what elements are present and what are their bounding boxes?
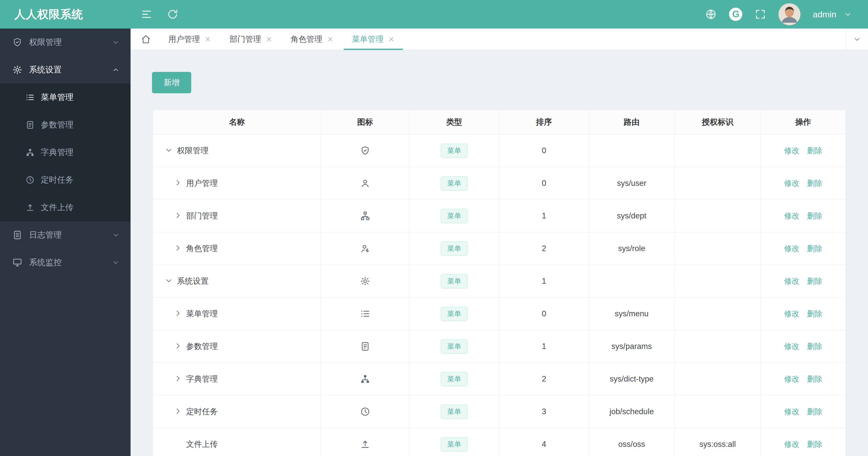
edit-link[interactable]: 修改 — [784, 211, 799, 220]
row-expand-icon[interactable] — [174, 342, 182, 350]
sidebar-subitem[interactable]: 文件上传 — [0, 194, 130, 221]
tab-home[interactable] — [130, 29, 159, 50]
sidebar-subitem-label: 文件上传 — [41, 202, 73, 213]
row-expand-icon[interactable] — [165, 276, 173, 285]
sidebar: 权限管理 系统设置 菜单管理 参数管理 字典管理 定时任务 文件上传 日 — [0, 29, 130, 456]
delete-link[interactable]: 删除 — [807, 277, 823, 285]
row-order: 0 — [499, 297, 589, 330]
sidebar-subitem[interactable]: 菜单管理 — [0, 84, 130, 111]
edit-link[interactable]: 修改 — [784, 342, 799, 351]
edit-link[interactable]: 修改 — [784, 277, 799, 285]
sidebar-subitem-icon — [26, 148, 35, 157]
row-name: 参数管理 — [186, 342, 218, 351]
close-icon[interactable] — [327, 36, 334, 42]
sidebar-item-icon — [12, 257, 23, 268]
edit-link[interactable]: 修改 — [784, 310, 799, 318]
row-expand-icon[interactable] — [174, 309, 182, 317]
row-route: sys/dept — [589, 200, 675, 232]
tab[interactable]: 用户管理 — [159, 29, 220, 50]
edit-link[interactable]: 修改 — [784, 440, 799, 448]
type-badge: 菜单 — [441, 209, 468, 223]
table-row: 文件上传 菜单 4 oss/oss sys:oss:all 修改删除 — [153, 428, 846, 456]
sidebar-item-label: 权限管理 — [29, 37, 62, 48]
sidebar-subitem-icon — [26, 203, 35, 212]
row-expand-icon[interactable] — [174, 407, 182, 415]
row-perms — [675, 330, 761, 363]
delete-link[interactable]: 删除 — [807, 375, 823, 383]
table-row: 定时任务 菜单 3 job/schedule 修改删除 — [153, 395, 846, 428]
tab-label: 用户管理 — [168, 34, 200, 44]
fullscreen-icon[interactable] — [754, 8, 766, 20]
content: 新增 名称 图标 类型 排序 路由 授权标识 操作 — [130, 51, 868, 456]
tab-label: 菜单管理 — [352, 34, 383, 44]
sidebar-item[interactable]: 权限管理 — [0, 29, 130, 56]
table-row: 权限管理 菜单 0 修改删除 — [153, 134, 846, 167]
row-expand-icon[interactable] — [174, 374, 182, 383]
row-name: 用户管理 — [186, 179, 218, 188]
sidebar-subitem[interactable]: 定时任务 — [0, 166, 130, 194]
row-expand-icon[interactable] — [165, 146, 173, 154]
row-expand-icon[interactable] — [174, 211, 182, 220]
delete-link[interactable]: 删除 — [807, 342, 823, 351]
sidebar-item[interactable]: 日志管理 — [0, 221, 130, 249]
type-badge: 菜单 — [441, 274, 468, 289]
row-expand-icon[interactable] — [174, 440, 182, 448]
delete-link[interactable]: 删除 — [807, 407, 823, 416]
topbar-right-icons: G admin — [705, 3, 868, 25]
delete-link[interactable]: 删除 — [807, 211, 823, 220]
type-badge: 菜单 — [441, 176, 468, 191]
close-icon[interactable] — [388, 36, 395, 42]
delete-link[interactable]: 删除 — [807, 244, 823, 253]
sidebar-subitem-icon — [26, 93, 35, 102]
edit-link[interactable]: 修改 — [784, 146, 799, 155]
row-route: job/schedule — [589, 395, 675, 428]
sidebar-subitem-label: 字典管理 — [41, 147, 73, 158]
add-button[interactable]: 新增 — [152, 72, 191, 93]
row-expand-icon[interactable] — [174, 244, 182, 252]
tab[interactable]: 角色管理 — [281, 29, 343, 50]
edit-link[interactable]: 修改 — [784, 179, 799, 187]
menu-table: 名称 图标 类型 排序 路由 授权标识 操作 权限管理 菜单 0 修改删除 — [152, 109, 846, 456]
row-perms: sys:oss:all — [675, 428, 761, 456]
row-route: oss/oss — [589, 428, 675, 456]
tabs-menu-button[interactable] — [845, 29, 868, 50]
sidebar-subitem[interactable]: 字典管理 — [0, 139, 130, 166]
col-header-order: 排序 — [499, 110, 589, 134]
row-icon — [360, 406, 370, 417]
topbar-left-icons — [141, 8, 179, 20]
chevron-down-icon[interactable] — [844, 10, 852, 18]
row-name: 字典管理 — [186, 374, 218, 383]
row-route: sys/params — [589, 330, 675, 363]
close-icon[interactable] — [266, 36, 272, 42]
gitee-icon[interactable]: G — [729, 8, 742, 21]
row-icon — [360, 374, 370, 384]
refresh-icon[interactable] — [167, 8, 179, 20]
delete-link[interactable]: 删除 — [807, 146, 823, 155]
delete-link[interactable]: 删除 — [807, 440, 823, 448]
tab[interactable]: 菜单管理 — [343, 29, 404, 50]
edit-link[interactable]: 修改 — [784, 375, 799, 383]
row-route: sys/role — [589, 232, 675, 265]
sidebar-item[interactable]: 系统监控 — [0, 249, 130, 276]
type-badge: 菜单 — [441, 306, 468, 321]
sidebar-subitem[interactable]: 参数管理 — [0, 111, 130, 139]
username[interactable]: admin — [813, 9, 836, 20]
row-order: 2 — [499, 363, 589, 395]
tab[interactable]: 部门管理 — [220, 29, 281, 50]
edit-link[interactable]: 修改 — [784, 244, 799, 253]
delete-link[interactable]: 删除 — [807, 179, 823, 187]
sidebar-item[interactable]: 系统设置 — [0, 56, 130, 84]
close-icon[interactable] — [205, 36, 211, 42]
edit-link[interactable]: 修改 — [784, 407, 799, 416]
col-header-type: 类型 — [409, 110, 499, 134]
col-header-route: 路由 — [589, 110, 675, 134]
globe-icon[interactable] — [705, 8, 717, 20]
row-icon — [360, 276, 370, 286]
row-expand-icon[interactable] — [174, 179, 182, 187]
row-icon — [360, 178, 370, 188]
type-badge: 菜单 — [441, 143, 468, 158]
table-row: 用户管理 菜单 0 sys/user 修改删除 — [153, 167, 846, 200]
avatar[interactable] — [778, 3, 800, 25]
sidebar-collapse-icon[interactable] — [141, 8, 153, 20]
delete-link[interactable]: 删除 — [807, 310, 823, 318]
